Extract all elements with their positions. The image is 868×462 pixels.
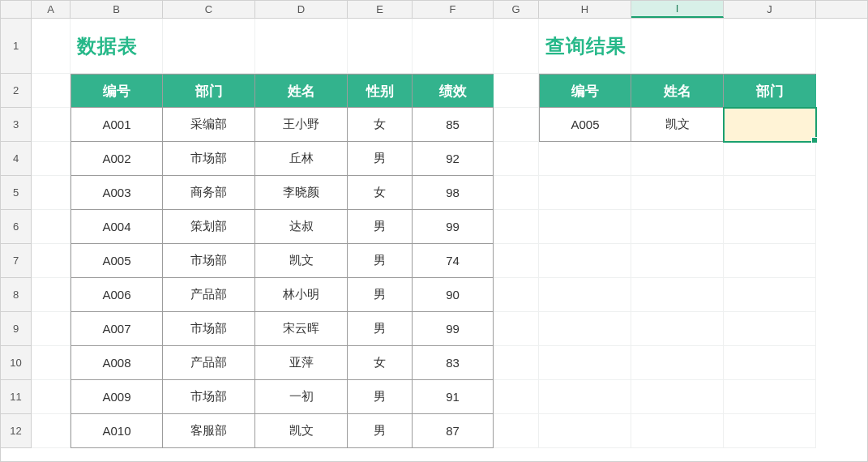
col-header-I[interactable]: I [631, 1, 724, 18]
row-header-1[interactable]: 1 [1, 19, 31, 74]
cell-H9[interactable] [539, 312, 631, 346]
left-td-r9-c1[interactable]: 客服部 [163, 414, 255, 448]
cell-J8[interactable] [724, 278, 816, 312]
left-td-r4-c0[interactable]: A005 [71, 244, 163, 278]
left-td-r1-c2[interactable]: 丘林 [255, 142, 348, 176]
left-td-r6-c3[interactable]: 男 [348, 312, 413, 346]
left-td-r6-c2[interactable]: 宋云晖 [255, 312, 348, 346]
cell-J4[interactable] [724, 142, 816, 176]
row-header-7[interactable]: 7 [1, 244, 31, 278]
cell-H6[interactable] [539, 210, 631, 244]
left-td-r9-c2[interactable]: 凯文 [255, 414, 348, 448]
row-header-9[interactable]: 9 [1, 312, 31, 346]
col-header-D[interactable]: D [255, 1, 348, 18]
row-header-6[interactable]: 6 [1, 210, 31, 244]
left-td-r8-c4[interactable]: 91 [413, 380, 494, 414]
left-td-r2-c1[interactable]: 商务部 [163, 176, 255, 210]
cell-F1[interactable] [413, 19, 494, 74]
cell-E1[interactable] [348, 19, 413, 74]
cell-H7[interactable] [539, 244, 631, 278]
left-td-r3-c3[interactable]: 男 [348, 210, 413, 244]
left-td-r8-c0[interactable]: A009 [71, 380, 163, 414]
left-td-r1-c3[interactable]: 男 [348, 142, 413, 176]
left-th-0[interactable]: 编号 [71, 74, 163, 108]
left-td-r6-c4[interactable]: 99 [413, 312, 494, 346]
cell-J7[interactable] [724, 244, 816, 278]
left-td-r7-c4[interactable]: 83 [413, 346, 494, 380]
right-td-r0-c2[interactable] [724, 108, 816, 142]
col-header-J[interactable]: J [724, 1, 816, 18]
left-td-r6-c0[interactable]: A007 [71, 312, 163, 346]
left-td-r9-c0[interactable]: A010 [71, 414, 163, 448]
cell-J1[interactable] [724, 19, 816, 74]
cell-A2[interactable] [32, 74, 71, 108]
left-th-3[interactable]: 性别 [348, 74, 413, 108]
row-header-11[interactable]: 11 [1, 380, 31, 414]
cell-G8[interactable] [494, 278, 539, 312]
left-td-r2-c3[interactable]: 女 [348, 176, 413, 210]
row-header-3[interactable]: 3 [1, 108, 31, 142]
right-th-1[interactable]: 姓名 [631, 74, 724, 108]
right-td-r0-c0[interactable]: A005 [539, 108, 631, 142]
left-td-r2-c2[interactable]: 李晓颜 [255, 176, 348, 210]
left-td-r0-c2[interactable]: 王小野 [255, 108, 348, 142]
cell-J12[interactable] [724, 414, 816, 448]
left-td-r0-c3[interactable]: 女 [348, 108, 413, 142]
cell-H8[interactable] [539, 278, 631, 312]
cell-A4[interactable] [32, 142, 71, 176]
cell-J6[interactable] [724, 210, 816, 244]
cell-A3[interactable] [32, 108, 71, 142]
left-td-r1-c4[interactable]: 92 [413, 142, 494, 176]
select-all-corner[interactable] [1, 1, 32, 18]
cell-A11[interactable] [32, 380, 71, 414]
left-td-r3-c0[interactable]: A004 [71, 210, 163, 244]
cell-C1[interactable] [163, 19, 255, 74]
cell-A6[interactable] [32, 210, 71, 244]
cell-A7[interactable] [32, 244, 71, 278]
cell-J9[interactable] [724, 312, 816, 346]
cell-G6[interactable] [494, 210, 539, 244]
left-th-1[interactable]: 部门 [163, 74, 255, 108]
cell-H12[interactable] [539, 414, 631, 448]
row-header-2[interactable]: 2 [1, 74, 31, 108]
left-td-r7-c3[interactable]: 女 [348, 346, 413, 380]
left-td-r8-c3[interactable]: 男 [348, 380, 413, 414]
cell-G1[interactable] [494, 19, 539, 74]
title-data-table[interactable]: 数据表 [71, 19, 163, 74]
col-header-A[interactable]: A [32, 1, 71, 18]
left-td-r9-c4[interactable]: 87 [413, 414, 494, 448]
cell-A1[interactable] [32, 19, 71, 74]
cell-H5[interactable] [539, 176, 631, 210]
right-td-r0-c1[interactable]: 凯文 [631, 108, 724, 142]
left-th-4[interactable]: 绩效 [413, 74, 494, 108]
cell-I1[interactable] [631, 19, 724, 74]
left-td-r7-c2[interactable]: 亚萍 [255, 346, 348, 380]
title-query-result[interactable]: 查询结果 [539, 19, 631, 74]
cell-J5[interactable] [724, 176, 816, 210]
left-td-r5-c0[interactable]: A006 [71, 278, 163, 312]
cell-G11[interactable] [494, 380, 539, 414]
cell-G2[interactable] [494, 74, 539, 108]
cell-I4[interactable] [631, 142, 724, 176]
row-header-12[interactable]: 12 [1, 414, 31, 448]
left-td-r5-c2[interactable]: 林小明 [255, 278, 348, 312]
cell-J10[interactable] [724, 346, 816, 380]
left-td-r7-c1[interactable]: 产品部 [163, 346, 255, 380]
col-header-F[interactable]: F [413, 1, 494, 18]
cell-H4[interactable] [539, 142, 631, 176]
cell-I6[interactable] [631, 210, 724, 244]
spreadsheet[interactable]: ABCDEFGHIJ 123456789101112 数据表查询结果编号部门姓名… [0, 0, 868, 462]
cell-I10[interactable] [631, 346, 724, 380]
left-td-r6-c1[interactable]: 市场部 [163, 312, 255, 346]
col-header-C[interactable]: C [163, 1, 255, 18]
left-td-r4-c3[interactable]: 男 [348, 244, 413, 278]
right-th-2[interactable]: 部门 [724, 74, 816, 108]
cell-I8[interactable] [631, 278, 724, 312]
col-header-H[interactable]: H [539, 1, 631, 18]
cell-G9[interactable] [494, 312, 539, 346]
cell-J11[interactable] [724, 380, 816, 414]
col-header-E[interactable]: E [348, 1, 413, 18]
cell-A10[interactable] [32, 346, 71, 380]
left-td-r4-c1[interactable]: 市场部 [163, 244, 255, 278]
left-td-r1-c0[interactable]: A002 [71, 142, 163, 176]
